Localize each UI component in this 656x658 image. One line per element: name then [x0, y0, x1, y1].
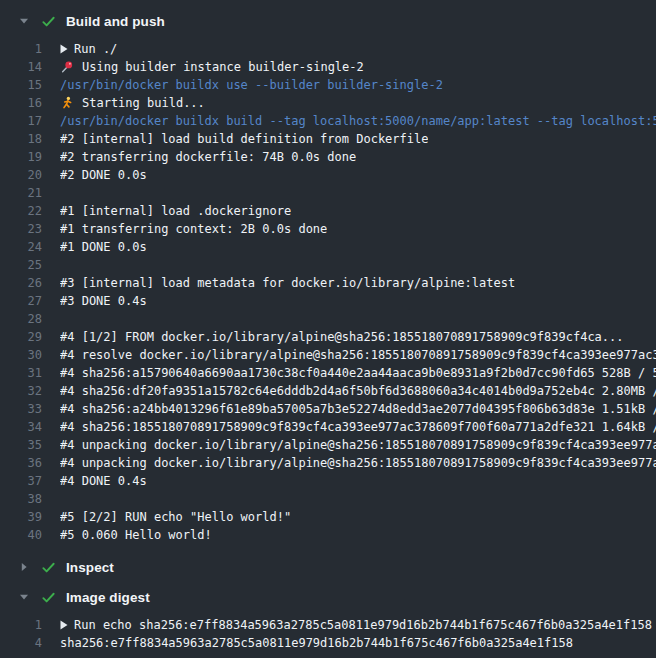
log-line-content: #4 sha256:df20fa9351a15782c64e6dddb2d4a6…: [60, 382, 656, 400]
log-line[interactable]: 1Run ./: [0, 40, 656, 58]
log-line[interactable]: 4sha256:e7ff8834a5963a2785c5a0811e979d16…: [0, 634, 656, 652]
line-number[interactable]: 22: [0, 202, 42, 220]
log-line[interactable]: 23#1 transferring context: 2B 0.0s done: [0, 220, 656, 238]
line-number[interactable]: 32: [0, 382, 42, 400]
log-line[interactable]: 19#2 transferring dockerfile: 74B 0.0s d…: [0, 148, 656, 166]
log-line[interactable]: 25: [0, 256, 656, 274]
log-text: #4 sha256:185518070891758909c9f839cf4ca3…: [60, 418, 656, 436]
section-title: Inspect: [66, 560, 114, 575]
log-line-content: #4 unpacking docker.io/library/alpine@sh…: [60, 454, 656, 472]
log-line[interactable]: 39#5 [2/2] RUN echo "Hello world!": [0, 508, 656, 526]
line-number[interactable]: 39: [0, 508, 42, 526]
log-line[interactable]: 37#4 DONE 0.4s: [0, 472, 656, 490]
line-number[interactable]: 17: [0, 112, 42, 130]
workflow-log-viewer: Build and push1Run ./14Using builder ins…: [0, 0, 656, 658]
line-number[interactable]: 4: [0, 634, 42, 652]
line-number[interactable]: 14: [0, 58, 42, 76]
line-number[interactable]: 37: [0, 472, 42, 490]
line-number[interactable]: 31: [0, 364, 42, 382]
log-line[interactable]: 22#1 [internal] load .dockerignore: [0, 202, 656, 220]
log-line[interactable]: 28: [0, 310, 656, 328]
log-text: #1 transferring context: 2B 0.0s done: [60, 220, 327, 238]
log-line-content: #5 0.060 Hello world!: [60, 526, 212, 544]
log-line[interactable]: 14Using builder instance builder-single-…: [0, 58, 656, 76]
log-text: #4 unpacking docker.io/library/alpine@sh…: [60, 454, 656, 472]
line-number[interactable]: 16: [0, 94, 42, 112]
log-line-content: #4 unpacking docker.io/library/alpine@sh…: [60, 436, 656, 454]
line-number[interactable]: 26: [0, 274, 42, 292]
log-text: #4 DONE 0.4s: [60, 472, 147, 490]
log-line-content: #3 [internal] load metadata for docker.i…: [60, 274, 515, 292]
section-header-inspect[interactable]: Inspect: [0, 552, 656, 582]
log-line-content: /usr/bin/docker buildx build --tag local…: [60, 112, 656, 130]
log-line[interactable]: 34#4 sha256:185518070891758909c9f839cf4c…: [0, 418, 656, 436]
log-line[interactable]: 30#4 resolve docker.io/library/alpine@sh…: [0, 346, 656, 364]
log-line[interactable]: 38: [0, 490, 656, 508]
log-line[interactable]: 1Run echo sha256:e7ff8834a5963a2785c5a08…: [0, 616, 656, 634]
log-line[interactable]: 27#3 DONE 0.4s: [0, 292, 656, 310]
line-number[interactable]: 23: [0, 220, 42, 238]
section-header-image-digest[interactable]: Image digest: [0, 582, 656, 612]
line-number[interactable]: 30: [0, 346, 42, 364]
line-number[interactable]: 40: [0, 526, 42, 544]
line-number[interactable]: 25: [0, 256, 42, 274]
log-line-content: Starting build...: [60, 94, 205, 112]
log-line[interactable]: 15/usr/bin/docker buildx use --builder b…: [0, 76, 656, 94]
log-line-content: #4 sha256:a15790640a6690aa1730c38cf0a440…: [60, 364, 656, 382]
log-line[interactable]: 36#4 unpacking docker.io/library/alpine@…: [0, 454, 656, 472]
line-number[interactable]: 29: [0, 328, 42, 346]
line-number[interactable]: 34: [0, 418, 42, 436]
log-line[interactable]: 24#1 DONE 0.0s: [0, 238, 656, 256]
log-text: #4 unpacking docker.io/library/alpine@sh…: [60, 436, 656, 454]
chevron-right-icon: [16, 562, 32, 572]
chevron-down-icon: [16, 592, 32, 602]
line-number[interactable]: 24: [0, 238, 42, 256]
log-line[interactable]: 16Starting build...: [0, 94, 656, 112]
log-line-content: #2 DONE 0.0s: [60, 166, 147, 184]
section-title: Build and push: [66, 14, 165, 29]
line-number[interactable]: 28: [0, 310, 42, 328]
log-line[interactable]: 20#2 DONE 0.0s: [0, 166, 656, 184]
line-number[interactable]: 38: [0, 490, 42, 508]
log-text: #2 transferring dockerfile: 74B 0.0s don…: [60, 148, 356, 166]
log-line-content: #4 [1/2] FROM docker.io/library/alpine@s…: [60, 328, 624, 346]
log-line[interactable]: 40#5 0.060 Hello world!: [0, 526, 656, 544]
log-line[interactable]: 32#4 sha256:df20fa9351a15782c64e6dddb2d4…: [0, 382, 656, 400]
line-number[interactable]: 21: [0, 184, 42, 202]
log-line[interactable]: 33#4 sha256:a24bb4013296f61e89ba57005a7b…: [0, 400, 656, 418]
section-header-build-and-push[interactable]: Build and push: [0, 6, 656, 36]
pushpin-icon: [60, 60, 74, 74]
log-text: /usr/bin/docker buildx build --tag local…: [60, 112, 656, 130]
line-number[interactable]: 18: [0, 130, 42, 148]
log-text: Using builder instance builder-single-2: [82, 58, 364, 76]
log-text: #4 sha256:df20fa9351a15782c64e6dddb2d4a6…: [60, 382, 656, 400]
line-number[interactable]: 36: [0, 454, 42, 472]
line-number[interactable]: 19: [0, 148, 42, 166]
log-line[interactable]: 31#4 sha256:a15790640a6690aa1730c38cf0a4…: [0, 364, 656, 382]
log-text: #2 [internal] load build definition from…: [60, 130, 428, 148]
log-text: #3 DONE 0.4s: [60, 292, 147, 310]
log-text: Run echo sha256:e7ff8834a5963a2785c5a081…: [74, 616, 652, 634]
runner-icon: [60, 96, 74, 110]
log-text: #4 resolve docker.io/library/alpine@sha2…: [60, 346, 656, 364]
log-line[interactable]: 26#3 [internal] load metadata for docker…: [0, 274, 656, 292]
log-text: Starting build...: [82, 94, 205, 112]
log-text: Run ./: [74, 40, 117, 58]
log-line[interactable]: 29#4 [1/2] FROM docker.io/library/alpine…: [0, 328, 656, 346]
log-line[interactable]: 35#4 unpacking docker.io/library/alpine@…: [0, 436, 656, 454]
line-number[interactable]: 15: [0, 76, 42, 94]
log-line-content: #5 [2/2] RUN echo "Hello world!": [60, 508, 291, 526]
log-line[interactable]: 17/usr/bin/docker buildx build --tag loc…: [0, 112, 656, 130]
log-line-content: #4 DONE 0.4s: [60, 472, 147, 490]
log-line-content: #4 sha256:185518070891758909c9f839cf4ca3…: [60, 418, 656, 436]
log-line[interactable]: 18#2 [internal] load build definition fr…: [0, 130, 656, 148]
log-line-content: #2 transferring dockerfile: 74B 0.0s don…: [60, 148, 356, 166]
log-line-content: Run echo sha256:e7ff8834a5963a2785c5a081…: [60, 616, 652, 634]
line-number[interactable]: 27: [0, 292, 42, 310]
line-number[interactable]: 20: [0, 166, 42, 184]
log-line[interactable]: 21: [0, 184, 656, 202]
line-number[interactable]: 33: [0, 400, 42, 418]
line-number[interactable]: 1: [0, 40, 42, 58]
line-number[interactable]: 1: [0, 616, 42, 634]
line-number[interactable]: 35: [0, 436, 42, 454]
